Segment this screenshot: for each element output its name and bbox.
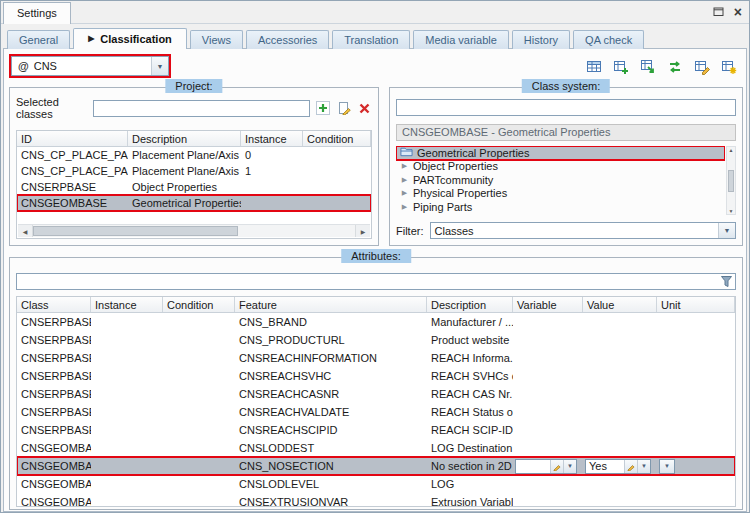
attributes-row[interactable]: CNSERPBASE CNS_PRODUCTURL Product websit…	[17, 331, 735, 349]
filter-funnel-icon[interactable]	[720, 275, 733, 290]
cell-instance	[91, 475, 163, 493]
project-panel-legend: Project:	[165, 79, 222, 93]
tree-item-object-properties[interactable]: ▶ Object Properties	[396, 160, 725, 174]
scroll-down-icon[interactable]: ▼	[729, 208, 734, 214]
tree-item-piping-parts[interactable]: ▶ Piping Parts	[396, 200, 725, 214]
filter-select[interactable]: Classes ▼	[430, 222, 737, 239]
project-row[interactable]: CNSERPBASE Object Properties	[17, 179, 371, 195]
column-header-value[interactable]: Value	[583, 297, 657, 312]
cell-class: CNSERPBASE	[17, 385, 91, 403]
cell-value	[583, 367, 657, 385]
attributes-row[interactable]: CNSGEOMBASE CNSLODLEVEL LOG	[17, 475, 735, 493]
cell-condition	[163, 439, 235, 457]
edit-table-icon[interactable]	[693, 58, 711, 76]
tab-views[interactable]: Views	[190, 30, 243, 49]
sync-table-icon[interactable]	[666, 58, 684, 76]
tree-item-label: Physical Properties	[413, 187, 507, 199]
chevron-right-icon[interactable]: ▶	[400, 189, 409, 197]
attributes-row[interactable]: CNSGEOMBASE CNSLODDEST LOG Destination	[17, 439, 735, 457]
cell-description: Placement Plane/Axis	[128, 147, 241, 163]
attributes-row[interactable]: CNSERPBASE CNSREACHINFORMATION REACH Inf…	[17, 349, 735, 367]
filter-dropdown-icon[interactable]: ▼	[718, 223, 735, 238]
window-title-tab[interactable]: Settings	[3, 2, 71, 24]
cell-instance	[91, 403, 163, 421]
catalog-selector[interactable]: @ CNS ▼	[11, 56, 169, 76]
column-header-description[interactable]: Description	[427, 297, 513, 312]
attributes-row[interactable]: CNSERPBASE CNSREACHSVHC REACH SVHCs o...	[17, 367, 735, 385]
tab-translation[interactable]: Translation	[332, 30, 410, 49]
project-row[interactable]: CNS_CP_PLACE_PA Placement Plane/Axis 1	[17, 163, 371, 179]
column-header-feature[interactable]: Feature	[235, 297, 427, 312]
attributes-row[interactable]: CNSERPBASE CNSREACHSCIPID REACH SCIP-ID	[17, 421, 735, 439]
cell-feature: CNSLODDEST	[235, 439, 427, 457]
project-row-selected[interactable]: CNSGEOMBASE Geometrical Properties	[17, 195, 371, 211]
column-header-description[interactable]: Description	[128, 131, 241, 146]
cell-instance	[241, 179, 303, 195]
attributes-row[interactable]: CNSERPBASE CNSREACHCASNR REACH CAS Nr.	[17, 385, 735, 403]
scrollbar-thumb[interactable]	[728, 170, 734, 192]
unit-dropdown[interactable]: ▼	[659, 459, 675, 474]
value-editor[interactable]: Yes ▼	[585, 459, 651, 474]
undock-window-icon[interactable]	[713, 6, 724, 19]
tab-media-variable[interactable]: Media variable	[413, 30, 509, 49]
report-table-icon[interactable]	[720, 58, 738, 76]
chevron-right-icon[interactable]: ▶	[400, 162, 409, 170]
attributes-row[interactable]: CNSERPBASE CNS_BRAND Manufacturer / ...	[17, 313, 735, 331]
column-header-variable[interactable]: Variable	[513, 297, 583, 312]
column-header-unit[interactable]: Unit	[657, 297, 735, 312]
add-table-icon[interactable]	[612, 58, 630, 76]
dropdown-icon[interactable]: ▼	[563, 460, 576, 473]
project-table: ID Description Instance Condition CNS_CP…	[16, 130, 372, 239]
tab-qa-check[interactable]: QA check	[573, 30, 644, 49]
open-folder-icon	[400, 146, 413, 159]
tab-general[interactable]: General	[7, 30, 70, 49]
tab-accessories[interactable]: Accessories	[246, 30, 329, 49]
dropdown-icon[interactable]: ▼	[637, 460, 650, 473]
pencil-icon[interactable]	[550, 460, 563, 473]
catalog-selector-annotation: @ CNS ▼	[9, 54, 171, 78]
scroll-up-icon[interactable]: ▲	[729, 147, 734, 153]
scrollbar-thumb[interactable]	[33, 226, 238, 236]
cell-condition	[163, 403, 235, 421]
chevron-right-icon[interactable]: ▶	[400, 203, 409, 211]
cell-feature: CNSREACHCASNR	[235, 385, 427, 403]
attributes-filter-input[interactable]	[16, 273, 736, 290]
cell-feature: CNS_NOSECTION	[235, 457, 427, 475]
column-header-instance[interactable]: Instance	[91, 297, 163, 312]
table-icon[interactable]	[585, 58, 603, 76]
tree-item-geometrical-properties[interactable]: Geometrical Properties	[396, 146, 725, 160]
column-header-id[interactable]: ID	[17, 131, 128, 146]
cell-id: CNSERPBASE	[17, 179, 128, 195]
column-header-instance[interactable]: Instance	[241, 131, 303, 146]
attributes-row[interactable]: CNSERPBASE CNSREACHVALDATE REACH Status …	[17, 403, 735, 421]
column-header-condition[interactable]: Condition	[163, 297, 235, 312]
tree-item-physical-properties[interactable]: ▶ Physical Properties	[396, 187, 725, 201]
add-class-icon[interactable]	[315, 100, 331, 116]
cell-unit	[657, 421, 735, 439]
scroll-left-icon[interactable]: ◀	[18, 225, 33, 237]
tree-item-partcommunity[interactable]: ▶ PARTcommunity	[396, 173, 725, 187]
attributes-row[interactable]: CNSGEOMBASE CNSEXTRUSIONVAR Extrusion Va…	[17, 493, 735, 507]
settings-window: Settings × General ▶ Classification View…	[0, 0, 750, 513]
dropdown-icon[interactable]: ▼	[660, 460, 674, 473]
pencil-icon[interactable]	[624, 460, 637, 473]
remove-class-icon[interactable]	[356, 100, 372, 116]
tab-classification[interactable]: ▶ Classification	[73, 28, 187, 49]
attributes-row-selected[interactable]: CNSGEOMBASE CNS_NOSECTION No section in …	[17, 457, 735, 475]
edit-class-icon[interactable]	[336, 100, 352, 116]
cell-value	[583, 475, 657, 493]
scroll-right-icon[interactable]: ▶	[355, 225, 370, 237]
cell-instance	[91, 439, 163, 457]
chevron-right-icon[interactable]: ▶	[400, 176, 409, 184]
selected-classes-input[interactable]	[93, 100, 310, 117]
tab-history[interactable]: History	[512, 30, 570, 49]
project-row[interactable]: CNS_CP_PLACE_PA Placement Plane/Axis 0	[17, 147, 371, 163]
import-table-icon[interactable]	[639, 58, 657, 76]
close-icon[interactable]: ×	[734, 4, 742, 20]
column-header-condition[interactable]: Condition	[303, 131, 371, 146]
class-search-input[interactable]	[396, 99, 736, 116]
column-header-class[interactable]: Class	[17, 297, 91, 312]
cell-id: CNSGEOMBASE	[17, 195, 128, 211]
variable-editor[interactable]: ▼	[515, 459, 577, 474]
catalog-dropdown-icon[interactable]: ▼	[151, 57, 168, 75]
